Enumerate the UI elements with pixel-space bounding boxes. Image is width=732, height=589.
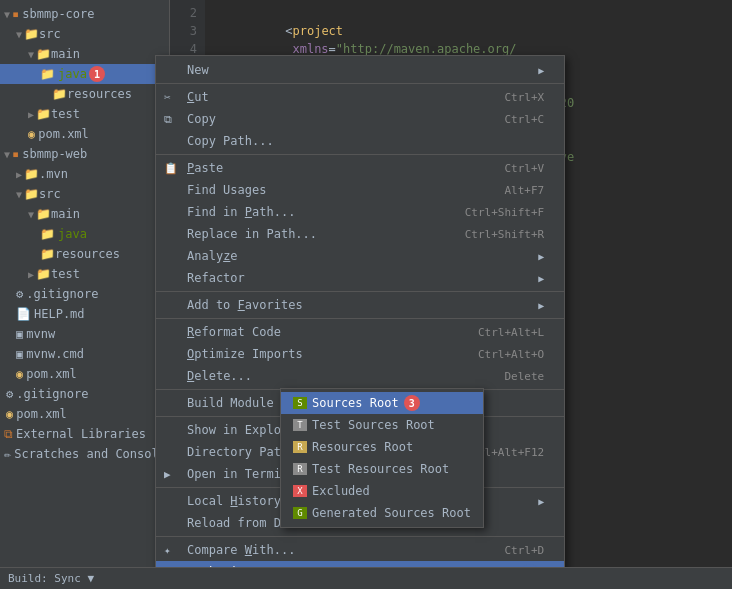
submenu-test-resources-root[interactable]: R Test Resources Root (281, 458, 483, 480)
menu-find-usages[interactable]: Find Usages Alt+F7 (156, 179, 564, 201)
tree-label: main (51, 47, 80, 61)
submenu-test-sources-root[interactable]: T Test Sources Root (281, 414, 483, 436)
project-tree: ▼ ▪ sbmmp-core ▼ 📁 src ▼ 📁 main 📁 java 1… (0, 0, 170, 567)
menu-copy[interactable]: ⧉ Copy Ctrl+C (156, 108, 564, 130)
tree-label: main (51, 207, 80, 221)
bottom-bar: Build: Sync ▼ (0, 567, 732, 589)
menu-cut[interactable]: ✂ Cut Ctrl+X (156, 86, 564, 108)
submenu-excluded[interactable]: X Excluded (281, 480, 483, 502)
shortcut-label: Ctrl+Shift+R (465, 228, 544, 241)
submenu-arrow-icon: ▶ (538, 251, 544, 262)
tree-label: java (58, 227, 87, 241)
arrow-icon: ▼ (28, 49, 34, 60)
tree-resources2[interactable]: 📁 resources (0, 244, 169, 264)
test-resources-icon: R (293, 463, 307, 475)
md-icon: 📄 (16, 307, 31, 321)
tree-label: src (39, 27, 61, 41)
menu-analyze[interactable]: Analyze ▶ (156, 245, 564, 267)
tree-label: test (51, 267, 80, 281)
tree-test[interactable]: ▶ 📁 test (0, 104, 169, 124)
folder-icon: 📁 (36, 207, 51, 221)
tree-mvn[interactable]: ▶ 📁 .mvn (0, 164, 169, 184)
shortcut-label: Delete (504, 370, 544, 383)
tree-label: resources (67, 87, 132, 101)
submenu-generated-sources-root[interactable]: G Generated Sources Root (281, 502, 483, 524)
menu-replace-in-path[interactable]: Replace in Path... Ctrl+Shift+R (156, 223, 564, 245)
tree-sbmmp-core[interactable]: ▼ ▪ sbmmp-core (0, 4, 169, 24)
tree-label: sbmmp-core (22, 7, 94, 21)
tree-label: .gitignore (16, 387, 88, 401)
menu-copy-path[interactable]: Copy Path... (156, 130, 564, 152)
xml-icon: ◉ (16, 367, 23, 381)
tree-label: mvnw.cmd (26, 347, 84, 361)
tree-mvnwcmd[interactable]: ▣ mvnw.cmd (0, 344, 169, 364)
menu-compare[interactable]: ✦ Compare With... Ctrl+D (156, 539, 564, 561)
menu-mark-directory[interactable]: Mark Directory as 2 ▶ (156, 561, 564, 567)
folder-icon: 📁 (24, 167, 39, 181)
tree-pom-core[interactable]: ◉ pom.xml (0, 124, 169, 144)
submenu-resources-root[interactable]: R Resources Root (281, 436, 483, 458)
tree-label: sbmmp-web (22, 147, 87, 161)
terminal-icon: ▶ (164, 468, 182, 481)
tree-pomweb[interactable]: ◉ pom.xml (0, 364, 169, 384)
menu-reformat[interactable]: Reformat Code Ctrl+Alt+L (156, 321, 564, 343)
tree-label: .gitignore (26, 287, 98, 301)
module-icon: ▪ (12, 7, 19, 21)
tree-label: pom.xml (26, 367, 77, 381)
tree-gitignore2[interactable]: ⚙ .gitignore (0, 384, 169, 404)
arrow-icon: ▼ (16, 29, 22, 40)
submenu-item-label: Generated Sources Root (312, 506, 471, 520)
menu-optimize-imports[interactable]: Optimize Imports Ctrl+Alt+O (156, 343, 564, 365)
tree-src2[interactable]: ▼ 📁 src (0, 184, 169, 204)
paste-icon: 📋 (164, 162, 182, 175)
test-sources-icon: T (293, 419, 307, 431)
tree-gitignore[interactable]: ⚙ .gitignore (0, 284, 169, 304)
submenu-arrow-icon: ▶ (538, 300, 544, 311)
tree-label: pom.xml (38, 127, 89, 141)
menu-item-label: Mark Directory as (187, 565, 519, 567)
tree-mvnw[interactable]: ▣ mvnw (0, 324, 169, 344)
menu-item-label: Add to Favorites (187, 298, 533, 312)
tree-main[interactable]: ▼ 📁 main (0, 44, 169, 64)
menu-delete[interactable]: Delete... Delete (156, 365, 564, 387)
submenu-arrow-icon: ▶ (538, 273, 544, 284)
tree-src[interactable]: ▼ 📁 src (0, 24, 169, 44)
mark-directory-submenu: S Sources Root 3 T Test Sources Root R R… (280, 388, 484, 528)
tree-resources[interactable]: 📁 resources (0, 84, 169, 104)
tree-scratches[interactable]: ✏ Scratches and Consoles (0, 444, 169, 464)
file-icon: ⚙ (6, 387, 13, 401)
badge-3: 3 (404, 395, 420, 411)
tree-extlib[interactable]: ⧉ External Libraries (0, 424, 169, 444)
tree-label: pom.xml (16, 407, 67, 421)
tree-label: Scratches and Consoles (14, 447, 170, 461)
submenu-item-label: Resources Root (312, 440, 413, 454)
lib-icon: ⧉ (4, 427, 13, 441)
menu-item-label: Copy Path... (187, 134, 544, 148)
module-icon: ▪ (12, 147, 19, 161)
tree-java[interactable]: 📁 java 1 (0, 64, 169, 84)
tree-pomroot[interactable]: ◉ pom.xml (0, 404, 169, 424)
menu-new[interactable]: New ▶ (156, 59, 564, 81)
menu-paste[interactable]: 📋 Paste Ctrl+V (156, 157, 564, 179)
menu-find-in-path[interactable]: Find in Path... Ctrl+Shift+F (156, 201, 564, 223)
compare-icon: ✦ (164, 544, 182, 557)
java-folder-icon: 📁 (40, 227, 55, 241)
tree-main2[interactable]: ▼ 📁 main (0, 204, 169, 224)
tree-sbmmp-web[interactable]: ▼ ▪ sbmmp-web (0, 144, 169, 164)
xml-icon: ◉ (6, 407, 13, 421)
tree-label: src (39, 187, 61, 201)
shortcut-label: Ctrl+C (504, 113, 544, 126)
mvn-icon: ▣ (16, 347, 23, 361)
menu-add-favorites[interactable]: Add to Favorites ▶ (156, 294, 564, 316)
menu-refactor[interactable]: Refactor ▶ (156, 267, 564, 289)
excluded-icon: X (293, 485, 307, 497)
tree-test2[interactable]: ▶ 📁 test (0, 264, 169, 284)
menu-item-label: Refactor (187, 271, 533, 285)
folder-icon: 📁 (24, 27, 39, 41)
tree-helpmd[interactable]: 📄 HELP.md (0, 304, 169, 324)
tree-label: .mvn (39, 167, 68, 181)
tree-java2[interactable]: 📁 java (0, 224, 169, 244)
submenu-sources-root[interactable]: S Sources Root 3 (281, 392, 483, 414)
menu-item-label: Paste (187, 161, 484, 175)
build-status[interactable]: Build: Sync ▼ (8, 572, 94, 585)
